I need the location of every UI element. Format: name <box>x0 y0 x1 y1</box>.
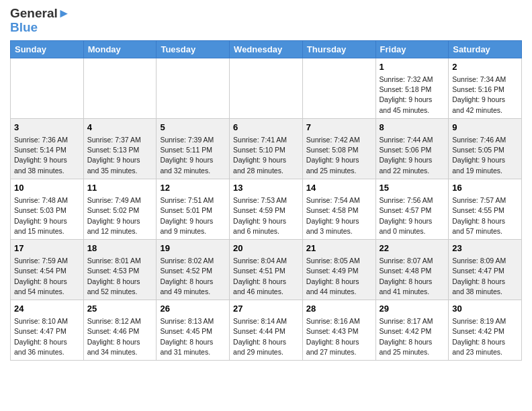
day-number: 11 <box>87 182 153 194</box>
day-number: 24 <box>14 303 80 315</box>
day-info: Sunrise: 7:46 AM Sunset: 5:05 PM Dayligh… <box>452 135 518 176</box>
day-info: Sunrise: 8:13 AM Sunset: 4:45 PM Dayligh… <box>160 316 226 357</box>
day-number: 29 <box>380 303 445 315</box>
day-info: Sunrise: 7:36 AM Sunset: 5:14 PM Dayligh… <box>14 135 80 176</box>
calendar-cell: 14Sunrise: 7:54 AM Sunset: 4:58 PM Dayli… <box>302 179 375 239</box>
day-info: Sunrise: 8:09 AM Sunset: 4:47 PM Dayligh… <box>452 256 518 297</box>
day-number: 13 <box>233 182 299 194</box>
calendar-table: SundayMondayTuesdayWednesdayThursdayFrid… <box>10 40 522 361</box>
day-number: 21 <box>306 242 372 255</box>
calendar-header-wednesday: Wednesday <box>230 40 303 58</box>
calendar-cell <box>157 58 230 118</box>
page-container: General► Blue SundayMondayTuesdayWednesd… <box>0 0 532 367</box>
calendar-cell: 10Sunrise: 7:48 AM Sunset: 5:03 PM Dayli… <box>11 179 84 239</box>
calendar-header-saturday: Saturday <box>449 40 522 58</box>
day-info: Sunrise: 8:10 AM Sunset: 4:47 PM Dayligh… <box>14 316 80 357</box>
calendar-week-5: 24Sunrise: 8:10 AM Sunset: 4:47 PM Dayli… <box>11 300 522 361</box>
day-number: 20 <box>233 242 299 255</box>
day-info: Sunrise: 7:44 AM Sunset: 5:06 PM Dayligh… <box>380 135 445 176</box>
day-info: Sunrise: 7:39 AM Sunset: 5:11 PM Dayligh… <box>160 135 226 176</box>
day-number: 12 <box>160 182 226 194</box>
day-info: Sunrise: 7:51 AM Sunset: 5:01 PM Dayligh… <box>160 195 226 236</box>
day-number: 19 <box>160 242 226 255</box>
day-number: 22 <box>380 242 445 255</box>
calendar-cell <box>302 58 375 118</box>
day-number: 2 <box>452 61 518 73</box>
calendar-cell: 28Sunrise: 8:16 AM Sunset: 4:43 PM Dayli… <box>302 300 375 361</box>
day-info: Sunrise: 7:48 AM Sunset: 5:03 PM Dayligh… <box>14 195 80 236</box>
day-info: Sunrise: 7:42 AM Sunset: 5:08 PM Dayligh… <box>306 135 372 176</box>
day-number: 26 <box>160 303 226 315</box>
day-number: 14 <box>306 182 372 194</box>
calendar-cell: 12Sunrise: 7:51 AM Sunset: 5:01 PM Dayli… <box>157 179 230 239</box>
calendar-cell: 9Sunrise: 7:46 AM Sunset: 5:05 PM Daylig… <box>449 118 522 179</box>
calendar-cell: 6Sunrise: 7:41 AM Sunset: 5:10 PM Daylig… <box>230 118 303 179</box>
day-number: 23 <box>452 242 518 255</box>
day-info: Sunrise: 7:37 AM Sunset: 5:13 PM Dayligh… <box>87 135 153 176</box>
calendar-cell: 11Sunrise: 7:49 AM Sunset: 5:02 PM Dayli… <box>83 179 157 239</box>
day-info: Sunrise: 7:41 AM Sunset: 5:10 PM Dayligh… <box>233 135 299 176</box>
calendar-cell: 25Sunrise: 8:12 AM Sunset: 4:46 PM Dayli… <box>83 300 157 361</box>
calendar-cell: 24Sunrise: 8:10 AM Sunset: 4:47 PM Dayli… <box>11 300 84 361</box>
day-info: Sunrise: 8:14 AM Sunset: 4:44 PM Dayligh… <box>233 316 299 357</box>
day-number: 27 <box>233 303 299 315</box>
day-info: Sunrise: 8:01 AM Sunset: 4:53 PM Dayligh… <box>87 256 153 297</box>
calendar-cell: 13Sunrise: 7:53 AM Sunset: 4:59 PM Dayli… <box>230 179 303 239</box>
calendar-cell: 21Sunrise: 8:05 AM Sunset: 4:49 PM Dayli… <box>302 239 375 300</box>
calendar-cell: 23Sunrise: 8:09 AM Sunset: 4:47 PM Dayli… <box>449 239 522 300</box>
calendar-cell <box>83 58 157 118</box>
day-number: 4 <box>87 122 153 134</box>
day-info: Sunrise: 7:54 AM Sunset: 4:58 PM Dayligh… <box>306 195 372 236</box>
day-info: Sunrise: 7:57 AM Sunset: 4:55 PM Dayligh… <box>452 195 518 236</box>
calendar-cell <box>11 58 84 118</box>
day-info: Sunrise: 7:56 AM Sunset: 4:57 PM Dayligh… <box>380 195 445 236</box>
day-info: Sunrise: 8:17 AM Sunset: 4:42 PM Dayligh… <box>380 316 445 357</box>
calendar-week-1: 1Sunrise: 7:32 AM Sunset: 5:18 PM Daylig… <box>11 58 522 118</box>
day-info: Sunrise: 7:32 AM Sunset: 5:18 PM Dayligh… <box>380 75 445 116</box>
calendar-cell: 20Sunrise: 8:04 AM Sunset: 4:51 PM Dayli… <box>230 239 303 300</box>
page-header: General► Blue <box>10 7 522 35</box>
calendar-header-thursday: Thursday <box>302 40 375 58</box>
calendar-cell: 27Sunrise: 8:14 AM Sunset: 4:44 PM Dayli… <box>230 300 303 361</box>
day-number: 7 <box>306 122 372 134</box>
calendar-cell: 16Sunrise: 7:57 AM Sunset: 4:55 PM Dayli… <box>449 179 522 239</box>
calendar-header-row: SundayMondayTuesdayWednesdayThursdayFrid… <box>11 40 522 58</box>
day-info: Sunrise: 7:34 AM Sunset: 5:16 PM Dayligh… <box>452 75 518 116</box>
day-number: 8 <box>380 122 445 134</box>
calendar-cell: 17Sunrise: 7:59 AM Sunset: 4:54 PM Dayli… <box>11 239 84 300</box>
calendar-week-2: 3Sunrise: 7:36 AM Sunset: 5:14 PM Daylig… <box>11 118 522 179</box>
calendar-cell: 29Sunrise: 8:17 AM Sunset: 4:42 PM Dayli… <box>375 300 449 361</box>
day-info: Sunrise: 8:07 AM Sunset: 4:48 PM Dayligh… <box>380 256 445 297</box>
day-number: 30 <box>452 303 518 315</box>
calendar-cell: 2Sunrise: 7:34 AM Sunset: 5:16 PM Daylig… <box>449 58 522 118</box>
day-info: Sunrise: 8:04 AM Sunset: 4:51 PM Dayligh… <box>233 256 299 297</box>
day-number: 6 <box>233 122 299 134</box>
day-number: 15 <box>380 182 445 194</box>
day-number: 17 <box>14 242 80 255</box>
calendar-cell: 15Sunrise: 7:56 AM Sunset: 4:57 PM Dayli… <box>375 179 449 239</box>
calendar-cell: 8Sunrise: 7:44 AM Sunset: 5:06 PM Daylig… <box>375 118 449 179</box>
calendar-header-friday: Friday <box>375 40 449 58</box>
day-number: 9 <box>452 122 518 134</box>
day-info: Sunrise: 8:19 AM Sunset: 4:42 PM Dayligh… <box>452 316 518 357</box>
calendar-cell: 22Sunrise: 8:07 AM Sunset: 4:48 PM Dayli… <box>375 239 449 300</box>
calendar-header-monday: Monday <box>83 40 157 58</box>
calendar-cell: 19Sunrise: 8:02 AM Sunset: 4:52 PM Dayli… <box>157 239 230 300</box>
day-number: 25 <box>87 303 153 315</box>
day-info: Sunrise: 8:05 AM Sunset: 4:49 PM Dayligh… <box>306 256 372 297</box>
day-number: 28 <box>306 303 372 315</box>
day-number: 18 <box>87 242 153 255</box>
calendar-cell: 4Sunrise: 7:37 AM Sunset: 5:13 PM Daylig… <box>83 118 157 179</box>
day-number: 5 <box>160 122 226 134</box>
calendar-cell: 3Sunrise: 7:36 AM Sunset: 5:14 PM Daylig… <box>11 118 84 179</box>
day-number: 10 <box>14 182 80 194</box>
day-info: Sunrise: 8:16 AM Sunset: 4:43 PM Dayligh… <box>306 316 372 357</box>
day-number: 1 <box>380 61 445 73</box>
calendar-week-3: 10Sunrise: 7:48 AM Sunset: 5:03 PM Dayli… <box>11 179 522 239</box>
calendar-header-sunday: Sunday <box>11 40 84 58</box>
calendar-cell: 5Sunrise: 7:39 AM Sunset: 5:11 PM Daylig… <box>157 118 230 179</box>
logo-text: General► Blue <box>10 7 72 35</box>
day-info: Sunrise: 8:12 AM Sunset: 4:46 PM Dayligh… <box>87 316 153 357</box>
calendar-cell: 30Sunrise: 8:19 AM Sunset: 4:42 PM Dayli… <box>449 300 522 361</box>
day-info: Sunrise: 7:59 AM Sunset: 4:54 PM Dayligh… <box>14 256 80 297</box>
